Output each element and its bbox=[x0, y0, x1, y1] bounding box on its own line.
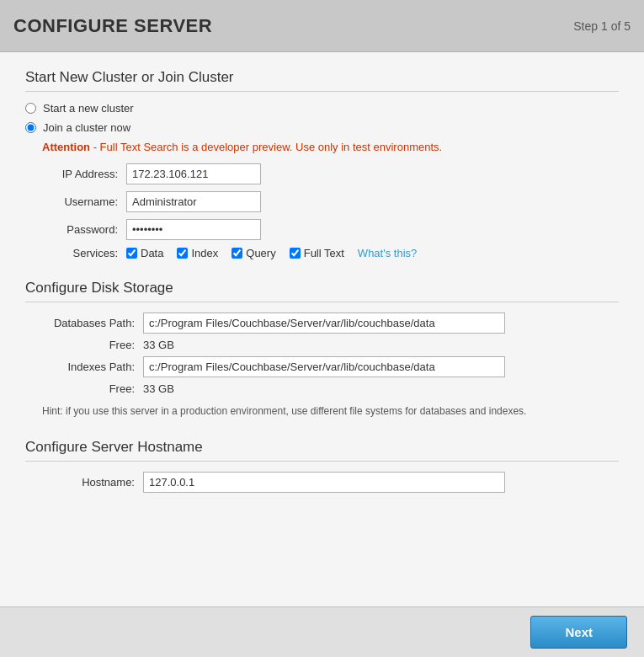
service-data-label: Data bbox=[141, 247, 163, 259]
service-data-checkbox[interactable] bbox=[126, 248, 137, 259]
disk-hint: Hint: if you use this server in a produc… bbox=[42, 403, 619, 419]
service-index-item[interactable]: Index bbox=[177, 247, 218, 259]
disk-form: Databases Path: Free: 33 GB Indexes Path… bbox=[42, 312, 619, 395]
password-input[interactable] bbox=[126, 219, 261, 240]
hostname-section: Configure Server Hostname Hostname: bbox=[25, 439, 619, 493]
idx-path-label: Indexes Path: bbox=[42, 361, 143, 373]
hostname-section-title: Configure Server Hostname bbox=[25, 439, 619, 462]
username-row: Username: bbox=[42, 191, 619, 212]
username-label: Username: bbox=[42, 195, 126, 208]
password-label: Password: bbox=[42, 223, 126, 236]
disk-section-title: Configure Disk Storage bbox=[25, 280, 619, 302]
idx-free-row: Free: 33 GB bbox=[42, 382, 619, 395]
service-data-item[interactable]: Data bbox=[126, 247, 163, 259]
join-cluster-option[interactable]: Join a cluster now bbox=[25, 121, 619, 134]
service-index-checkbox[interactable] bbox=[177, 248, 188, 259]
service-query-checkbox[interactable] bbox=[232, 248, 242, 259]
services-row: Services: Data Index Query bbox=[42, 247, 619, 259]
attention-text: - Full Text Search is a developer previe… bbox=[90, 141, 442, 153]
idx-free-label: Free: bbox=[42, 382, 143, 395]
db-path-row: Databases Path: bbox=[42, 312, 619, 334]
idx-path-row: Indexes Path: bbox=[42, 356, 619, 377]
password-row: Password: bbox=[42, 219, 619, 240]
service-fulltext-item[interactable]: Full Text bbox=[290, 247, 344, 259]
db-path-input[interactable] bbox=[143, 312, 505, 334]
hostname-label: Hostname: bbox=[42, 476, 143, 489]
page-title: CONFIGURE SERVER bbox=[13, 15, 212, 37]
disk-storage-section: Configure Disk Storage Databases Path: F… bbox=[25, 280, 619, 419]
cluster-section-title: Start New Cluster or Join Cluster bbox=[25, 69, 619, 92]
service-fulltext-checkbox[interactable] bbox=[290, 248, 301, 259]
cluster-form: IP Address: Username: Password: Services… bbox=[42, 163, 619, 259]
new-cluster-option[interactable]: Start a new cluster bbox=[25, 102, 619, 115]
hostname-row: Hostname: bbox=[42, 472, 619, 493]
title-bar: CONFIGURE SERVER Step 1 of 5 bbox=[0, 0, 644, 52]
cluster-radio-group: Start a new cluster Join a cluster now bbox=[25, 102, 619, 134]
next-button[interactable]: Next bbox=[530, 616, 627, 649]
join-cluster-radio[interactable] bbox=[25, 122, 36, 133]
db-free-row: Free: 33 GB bbox=[42, 339, 619, 351]
ip-label: IP Address: bbox=[42, 168, 126, 180]
ip-input[interactable] bbox=[126, 163, 261, 184]
username-input[interactable] bbox=[126, 191, 261, 212]
cluster-section: Start New Cluster or Join Cluster Start … bbox=[25, 69, 619, 259]
new-cluster-label: Start a new cluster bbox=[43, 102, 134, 115]
db-path-label: Databases Path: bbox=[42, 317, 143, 329]
service-index-label: Index bbox=[191, 247, 218, 259]
hostname-input[interactable] bbox=[143, 472, 505, 493]
service-fulltext-label: Full Text bbox=[304, 247, 344, 259]
db-free-value: 33 GB bbox=[143, 339, 174, 351]
idx-path-input[interactable] bbox=[143, 356, 505, 377]
content-area: Start New Cluster or Join Cluster Start … bbox=[0, 52, 644, 606]
join-cluster-label: Join a cluster now bbox=[43, 121, 130, 134]
footer: Next bbox=[0, 606, 644, 657]
step-indicator: Step 1 of 5 bbox=[573, 19, 631, 33]
attention-label: Attention bbox=[42, 141, 90, 153]
ip-address-row: IP Address: bbox=[42, 163, 619, 184]
attention-box: Attention - Full Text Search is a develo… bbox=[42, 141, 619, 153]
hostname-form: Hostname: bbox=[42, 472, 619, 493]
new-cluster-radio[interactable] bbox=[25, 103, 36, 114]
configure-server-window: CONFIGURE SERVER Step 1 of 5 Start New C… bbox=[0, 0, 644, 657]
whats-this-link[interactable]: What's this? bbox=[358, 247, 417, 259]
service-query-item[interactable]: Query bbox=[232, 247, 275, 259]
db-free-label: Free: bbox=[42, 339, 143, 351]
services-label: Services: bbox=[42, 247, 126, 259]
service-query-label: Query bbox=[246, 247, 275, 259]
services-checkboxes: Data Index Query Full Text bbox=[126, 247, 417, 259]
idx-free-value: 33 GB bbox=[143, 382, 174, 395]
